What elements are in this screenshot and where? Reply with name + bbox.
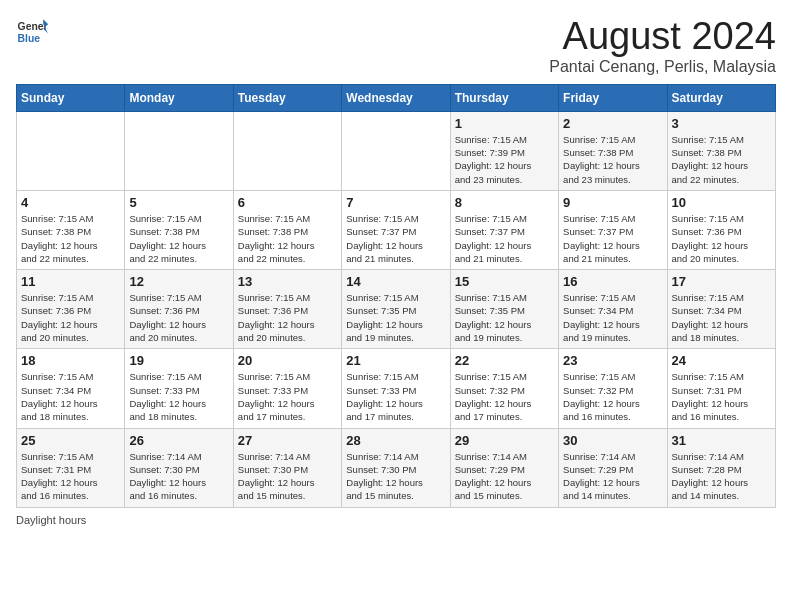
day-number: 19: [129, 353, 228, 368]
calendar-cell: 11Sunrise: 7:15 AM Sunset: 7:36 PM Dayli…: [17, 270, 125, 349]
calendar-cell: 31Sunrise: 7:14 AM Sunset: 7:28 PM Dayli…: [667, 428, 775, 507]
svg-text:Blue: Blue: [18, 33, 41, 44]
day-number: 15: [455, 274, 554, 289]
week-row-1: 4Sunrise: 7:15 AM Sunset: 7:38 PM Daylig…: [17, 190, 776, 269]
day-header-sunday: Sunday: [17, 84, 125, 111]
day-header-friday: Friday: [559, 84, 667, 111]
day-number: 25: [21, 433, 120, 448]
calendar-header-row: SundayMondayTuesdayWednesdayThursdayFrid…: [17, 84, 776, 111]
calendar-cell: 24Sunrise: 7:15 AM Sunset: 7:31 PM Dayli…: [667, 349, 775, 428]
calendar-cell: 16Sunrise: 7:15 AM Sunset: 7:34 PM Dayli…: [559, 270, 667, 349]
calendar-cell: 5Sunrise: 7:15 AM Sunset: 7:38 PM Daylig…: [125, 190, 233, 269]
day-info: Sunrise: 7:15 AM Sunset: 7:37 PM Dayligh…: [455, 212, 554, 265]
day-info: Sunrise: 7:15 AM Sunset: 7:38 PM Dayligh…: [238, 212, 337, 265]
day-info: Sunrise: 7:14 AM Sunset: 7:28 PM Dayligh…: [672, 450, 771, 503]
day-info: Sunrise: 7:15 AM Sunset: 7:38 PM Dayligh…: [21, 212, 120, 265]
day-number: 12: [129, 274, 228, 289]
day-number: 26: [129, 433, 228, 448]
day-number: 30: [563, 433, 662, 448]
day-number: 4: [21, 195, 120, 210]
calendar-cell: 19Sunrise: 7:15 AM Sunset: 7:33 PM Dayli…: [125, 349, 233, 428]
day-info: Sunrise: 7:15 AM Sunset: 7:34 PM Dayligh…: [672, 291, 771, 344]
day-number: 14: [346, 274, 445, 289]
day-info: Sunrise: 7:15 AM Sunset: 7:38 PM Dayligh…: [129, 212, 228, 265]
header: General Blue August 2024 Pantai Cenang, …: [16, 16, 776, 76]
footer-label: Daylight hours: [16, 514, 86, 526]
day-number: 23: [563, 353, 662, 368]
day-info: Sunrise: 7:15 AM Sunset: 7:37 PM Dayligh…: [346, 212, 445, 265]
day-info: Sunrise: 7:14 AM Sunset: 7:30 PM Dayligh…: [129, 450, 228, 503]
title-area: August 2024 Pantai Cenang, Perlis, Malay…: [549, 16, 776, 76]
week-row-4: 25Sunrise: 7:15 AM Sunset: 7:31 PM Dayli…: [17, 428, 776, 507]
day-number: 31: [672, 433, 771, 448]
day-info: Sunrise: 7:14 AM Sunset: 7:30 PM Dayligh…: [346, 450, 445, 503]
day-number: 8: [455, 195, 554, 210]
calendar-cell: 30Sunrise: 7:14 AM Sunset: 7:29 PM Dayli…: [559, 428, 667, 507]
day-info: Sunrise: 7:15 AM Sunset: 7:33 PM Dayligh…: [346, 370, 445, 423]
calendar-cell: 12Sunrise: 7:15 AM Sunset: 7:36 PM Dayli…: [125, 270, 233, 349]
day-info: Sunrise: 7:15 AM Sunset: 7:36 PM Dayligh…: [129, 291, 228, 344]
day-number: 24: [672, 353, 771, 368]
calendar-cell: 9Sunrise: 7:15 AM Sunset: 7:37 PM Daylig…: [559, 190, 667, 269]
day-number: 20: [238, 353, 337, 368]
day-header-monday: Monday: [125, 84, 233, 111]
day-number: 7: [346, 195, 445, 210]
logo: General Blue: [16, 16, 48, 48]
day-header-wednesday: Wednesday: [342, 84, 450, 111]
day-info: Sunrise: 7:15 AM Sunset: 7:34 PM Dayligh…: [563, 291, 662, 344]
calendar-cell: 17Sunrise: 7:15 AM Sunset: 7:34 PM Dayli…: [667, 270, 775, 349]
calendar-table: SundayMondayTuesdayWednesdayThursdayFrid…: [16, 84, 776, 508]
day-number: 11: [21, 274, 120, 289]
day-number: 16: [563, 274, 662, 289]
day-info: Sunrise: 7:15 AM Sunset: 7:36 PM Dayligh…: [21, 291, 120, 344]
day-info: Sunrise: 7:15 AM Sunset: 7:38 PM Dayligh…: [563, 133, 662, 186]
day-number: 2: [563, 116, 662, 131]
subtitle: Pantai Cenang, Perlis, Malaysia: [549, 58, 776, 76]
calendar-cell: 1Sunrise: 7:15 AM Sunset: 7:39 PM Daylig…: [450, 111, 558, 190]
day-number: 22: [455, 353, 554, 368]
day-number: 28: [346, 433, 445, 448]
day-number: 18: [21, 353, 120, 368]
calendar-cell: 13Sunrise: 7:15 AM Sunset: 7:36 PM Dayli…: [233, 270, 341, 349]
day-number: 5: [129, 195, 228, 210]
week-row-2: 11Sunrise: 7:15 AM Sunset: 7:36 PM Dayli…: [17, 270, 776, 349]
calendar-cell: 28Sunrise: 7:14 AM Sunset: 7:30 PM Dayli…: [342, 428, 450, 507]
day-info: Sunrise: 7:15 AM Sunset: 7:32 PM Dayligh…: [563, 370, 662, 423]
day-info: Sunrise: 7:15 AM Sunset: 7:31 PM Dayligh…: [21, 450, 120, 503]
day-info: Sunrise: 7:15 AM Sunset: 7:35 PM Dayligh…: [455, 291, 554, 344]
day-number: 10: [672, 195, 771, 210]
day-info: Sunrise: 7:15 AM Sunset: 7:32 PM Dayligh…: [455, 370, 554, 423]
calendar-cell: 21Sunrise: 7:15 AM Sunset: 7:33 PM Dayli…: [342, 349, 450, 428]
calendar-cell: 6Sunrise: 7:15 AM Sunset: 7:38 PM Daylig…: [233, 190, 341, 269]
day-info: Sunrise: 7:15 AM Sunset: 7:34 PM Dayligh…: [21, 370, 120, 423]
week-row-3: 18Sunrise: 7:15 AM Sunset: 7:34 PM Dayli…: [17, 349, 776, 428]
calendar-cell: 3Sunrise: 7:15 AM Sunset: 7:38 PM Daylig…: [667, 111, 775, 190]
day-info: Sunrise: 7:14 AM Sunset: 7:30 PM Dayligh…: [238, 450, 337, 503]
calendar-cell: 10Sunrise: 7:15 AM Sunset: 7:36 PM Dayli…: [667, 190, 775, 269]
day-info: Sunrise: 7:15 AM Sunset: 7:37 PM Dayligh…: [563, 212, 662, 265]
day-info: Sunrise: 7:14 AM Sunset: 7:29 PM Dayligh…: [563, 450, 662, 503]
calendar-cell: 15Sunrise: 7:15 AM Sunset: 7:35 PM Dayli…: [450, 270, 558, 349]
day-info: Sunrise: 7:15 AM Sunset: 7:39 PM Dayligh…: [455, 133, 554, 186]
calendar-cell: 22Sunrise: 7:15 AM Sunset: 7:32 PM Dayli…: [450, 349, 558, 428]
calendar-cell: 29Sunrise: 7:14 AM Sunset: 7:29 PM Dayli…: [450, 428, 558, 507]
day-header-tuesday: Tuesday: [233, 84, 341, 111]
day-header-saturday: Saturday: [667, 84, 775, 111]
day-number: 21: [346, 353, 445, 368]
calendar-cell: [233, 111, 341, 190]
logo-icon: General Blue: [16, 16, 48, 48]
calendar-cell: 2Sunrise: 7:15 AM Sunset: 7:38 PM Daylig…: [559, 111, 667, 190]
day-number: 6: [238, 195, 337, 210]
day-number: 9: [563, 195, 662, 210]
day-info: Sunrise: 7:14 AM Sunset: 7:29 PM Dayligh…: [455, 450, 554, 503]
day-number: 27: [238, 433, 337, 448]
calendar-cell: 26Sunrise: 7:14 AM Sunset: 7:30 PM Dayli…: [125, 428, 233, 507]
calendar-cell: [342, 111, 450, 190]
day-info: Sunrise: 7:15 AM Sunset: 7:36 PM Dayligh…: [238, 291, 337, 344]
main-title: August 2024: [549, 16, 776, 58]
day-header-thursday: Thursday: [450, 84, 558, 111]
calendar-cell: 14Sunrise: 7:15 AM Sunset: 7:35 PM Dayli…: [342, 270, 450, 349]
calendar-cell: 20Sunrise: 7:15 AM Sunset: 7:33 PM Dayli…: [233, 349, 341, 428]
day-info: Sunrise: 7:15 AM Sunset: 7:38 PM Dayligh…: [672, 133, 771, 186]
footer: Daylight hours: [16, 514, 776, 526]
